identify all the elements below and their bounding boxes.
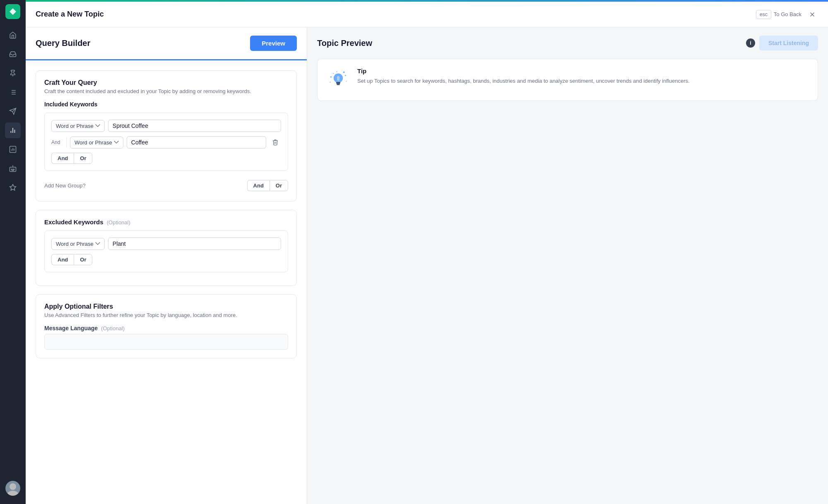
start-listening-button[interactable]: Start Listening [759, 36, 818, 50]
group1-or-button[interactable]: Or [74, 153, 92, 164]
svg-point-27 [345, 75, 347, 77]
keyword-type-select-1[interactable]: Word or Phrase [51, 120, 105, 132]
nav-bot[interactable] [5, 161, 21, 176]
excluded-keywords-header: Excluded Keywords (Optional) [44, 218, 288, 226]
message-language-optional: (Optional) [101, 325, 125, 331]
svg-marker-20 [10, 185, 16, 190]
svg-point-25 [330, 76, 332, 78]
keyword-type-select-2[interactable]: Word or Phrase [70, 137, 123, 149]
group1-and-or-buttons: And Or [51, 153, 281, 164]
message-language-label: Message Language [44, 325, 98, 331]
svg-point-22 [7, 491, 18, 496]
message-language-label-row: Message Language (Optional) [44, 325, 288, 331]
excluded-or-button[interactable]: Or [74, 254, 92, 265]
vertical-divider [66, 137, 67, 147]
excluded-type-value-1: Word or Phrase [56, 241, 94, 247]
svg-text:+: + [343, 70, 345, 74]
keyword-row-1: Word or Phrase [51, 120, 281, 132]
svg-rect-32 [337, 83, 340, 84]
craft-query-section: Craft Your Query Craft the content inclu… [36, 70, 297, 202]
included-keywords-label: Included Keywords [44, 101, 288, 108]
add-group-and-or-buttons: And Or [247, 180, 288, 191]
excluded-optional-label: (Optional) [107, 219, 130, 226]
message-language-container: Message Language (Optional) [44, 325, 288, 350]
left-panel-scroll: Craft Your Query Craft the content inclu… [26, 60, 307, 504]
info-icon-button[interactable]: i [746, 38, 755, 48]
left-panel: Query Builder Preview Craft Your Query C… [26, 27, 307, 504]
right-panel-content: + + Tip Set up Topics to search for keyw… [307, 59, 828, 504]
keyword-group-1: Word or Phrase And Word or Phrase [44, 113, 288, 171]
excluded-keywords-label: Excluded Keywords [44, 218, 104, 226]
tip-description: Set up Topics to search for keywords, ha… [357, 77, 690, 85]
nav-inbox[interactable] [5, 46, 21, 62]
main-area: Create a New Topic esc To Go Back Query … [26, 0, 828, 504]
excluded-and-button[interactable]: And [51, 254, 74, 265]
nav-bar-chart[interactable] [5, 142, 21, 157]
optional-filters-section: Apply Optional Filters Use Advanced Filt… [36, 294, 297, 358]
nav-analytics[interactable] [5, 122, 21, 138]
filters-section-subtitle: Use Advanced Filters to further refine y… [44, 312, 288, 318]
sidebar-user-avatar[interactable] [5, 481, 20, 496]
craft-query-title: Craft Your Query [44, 79, 288, 86]
tip-icon-wrap: + + [326, 67, 351, 92]
excluded-type-select-1[interactable]: Word or Phrase [51, 238, 105, 250]
svg-rect-31 [336, 82, 340, 84]
excluded-keyword-group: Word or Phrase And Or [44, 230, 288, 272]
svg-rect-33 [337, 84, 340, 85]
nav-star[interactable] [5, 180, 21, 195]
keyword-type-value-1: Word or Phrase [56, 123, 94, 129]
svg-point-28 [346, 81, 347, 82]
nav-pin[interactable] [5, 65, 21, 81]
keyword-row-2: And Word or Phrase [51, 136, 281, 149]
tip-text: Tip Set up Topics to search for keywords… [357, 67, 690, 85]
page-title: Create a New Topic [36, 10, 756, 19]
keyword-type-value-2: Word or Phrase [75, 139, 112, 146]
nav-list[interactable] [5, 84, 21, 100]
content-area: Query Builder Preview Craft Your Query C… [26, 27, 828, 504]
add-new-group-label: Add New Group? [44, 182, 86, 189]
craft-query-subtitle: Craft the content included and excluded … [44, 88, 288, 94]
right-panel: Topic Preview i Start Listening [307, 27, 828, 504]
right-panel-header: Topic Preview i Start Listening [307, 27, 828, 59]
sidebar-logo [5, 4, 20, 19]
nav-send[interactable] [5, 103, 21, 119]
keyword-input-2[interactable] [127, 136, 266, 149]
topbar: Create a New Topic esc To Go Back [26, 2, 828, 27]
tip-title: Tip [357, 67, 690, 74]
right-header-actions: i Start Listening [746, 36, 818, 50]
add-group-or-button[interactable]: Or [270, 180, 288, 191]
left-panel-header: Query Builder Preview [26, 27, 307, 60]
tip-card: + + Tip Set up Topics to search for keyw… [317, 59, 818, 101]
preview-button[interactable]: Preview [250, 36, 297, 51]
keyword-input-1[interactable] [108, 120, 281, 132]
excluded-keyword-row-1: Word or Phrase [51, 238, 281, 250]
message-language-input[interactable] [44, 334, 288, 350]
add-new-group-row: Add New Group? And Or [44, 176, 288, 193]
topic-preview-title: Topic Preview [317, 38, 372, 48]
go-back-label: To Go Back [774, 11, 802, 17]
add-group-and-button[interactable]: And [247, 180, 270, 191]
svg-point-26 [330, 82, 331, 83]
excluded-keyword-input-1[interactable] [108, 238, 281, 250]
svg-point-21 [10, 483, 16, 490]
svg-text:+: + [332, 72, 334, 75]
nav-home[interactable] [5, 27, 21, 43]
svg-point-18 [12, 169, 12, 170]
query-builder-title: Query Builder [36, 38, 90, 48]
esc-badge: esc [756, 10, 771, 19]
excluded-group-and-or-buttons: And Or [51, 254, 281, 265]
delete-keyword-2-button[interactable] [270, 137, 281, 148]
close-button[interactable] [806, 9, 818, 20]
excluded-keywords-section: Excluded Keywords (Optional) Word or Phr… [36, 210, 297, 286]
sidebar [0, 0, 26, 504]
svg-point-29 [336, 71, 337, 72]
group1-and-button[interactable]: And [51, 153, 74, 164]
and-label-row2: And [51, 139, 63, 145]
filters-section-title: Apply Optional Filters [44, 303, 288, 310]
svg-point-19 [13, 169, 14, 170]
